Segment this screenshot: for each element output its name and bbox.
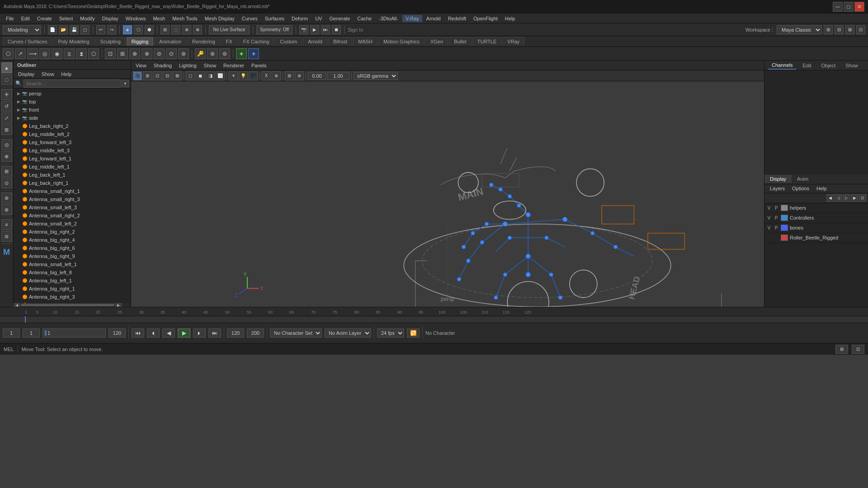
menu-windows[interactable]: Windows — [123, 15, 149, 22]
play-btn[interactable]: ▶ — [178, 328, 190, 338]
layer-p-btn[interactable]: P — [774, 216, 779, 221]
layer-nav-fwd[interactable]: ▶ — [851, 194, 858, 202]
outliner-item-leg-middle-left-2[interactable]: Leg_middle_left_2 — [14, 130, 131, 138]
panels-menu[interactable]: Panels — [249, 62, 269, 69]
smooth-shade-btn[interactable]: ◼ — [196, 71, 205, 80]
tab-bullet[interactable]: Bullet — [449, 37, 472, 46]
layout-btn-4[interactable]: ⊡ — [856, 25, 865, 34]
go-start-btn[interactable]: ⏮ — [132, 328, 144, 338]
outliner-item-antenna-big-right-9[interactable]: Antenna_big_right_9 — [14, 252, 131, 260]
lasso-btn[interactable]: ⬡ — [134, 25, 143, 34]
range-start-input[interactable] — [227, 328, 244, 338]
menu-deform[interactable]: Deform — [288, 15, 311, 22]
symmetry-btn[interactable]: Symmetry: Off — [256, 25, 292, 34]
layer-p-btn[interactable]: P — [774, 225, 779, 230]
bounding-box-btn[interactable]: ⬜ — [216, 71, 225, 80]
outliner-menu-display[interactable]: Display — [15, 71, 37, 77]
nonlinear-bend[interactable]: ⊘ — [154, 48, 165, 59]
joint-tool[interactable]: ⬡ — [3, 48, 14, 59]
outliner-item-antenna-small-right-3[interactable]: Antenna_small_right_3 — [14, 195, 131, 203]
snap-curve-btn[interactable]: ◌ — [171, 25, 180, 34]
outliner-hscroll[interactable]: ◀ ▶ — [14, 303, 131, 307]
ik-handle-tool[interactable]: ↗ — [15, 48, 26, 59]
hud-btn[interactable]: ⊕ — [295, 71, 304, 80]
outliner-item-antenna-small-left-3[interactable]: Antenna_small_left_3 — [14, 203, 131, 211]
tab-vray[interactable]: VRay — [502, 37, 524, 46]
menu-display[interactable]: Display — [99, 15, 122, 22]
frame-range-bar[interactable]: 1 — [42, 328, 106, 338]
render-stop-btn[interactable]: ⏹ — [332, 25, 341, 34]
constrain-menu[interactable]: ⊛ — [207, 48, 218, 59]
cluster-tool[interactable]: ⊕ — [129, 48, 140, 59]
range-end-input[interactable] — [247, 328, 264, 338]
menu-cache[interactable]: Cache — [354, 15, 375, 22]
tab-poly-modeling[interactable]: Poly Modeling — [53, 37, 94, 46]
save-as-btn[interactable]: ◻ — [80, 25, 90, 34]
minimize-button[interactable]: ─ — [833, 2, 843, 12]
scale-tool[interactable]: ⤢ — [1, 113, 12, 123]
snap-grid-tool[interactable]: ⊞ — [1, 166, 12, 177]
tab-rigging[interactable]: Rigging — [127, 37, 153, 46]
outliner-item-leg-back-left-1[interactable]: Leg_back_left_1 — [14, 171, 131, 179]
outliner-item-leg-back-right-2[interactable]: Leg_back_right_2 — [14, 122, 131, 130]
menu-modify[interactable]: Modify — [77, 15, 98, 22]
tab-bifrost[interactable]: Bifrost — [328, 37, 352, 46]
no-live-surface-btn[interactable]: No Live Surface — [209, 25, 250, 34]
menu-surfaces[interactable]: Surfaces — [262, 15, 288, 22]
playback-end-input[interactable] — [108, 328, 126, 338]
layer-nav-back[interactable]: ◀ — [826, 194, 834, 202]
vp-icon-4[interactable]: ⊠ — [173, 71, 182, 80]
ik-spline-tool[interactable]: ⟿ — [27, 48, 38, 59]
outliner-item-persp[interactable]: ▶ 📷 persp — [14, 89, 131, 98]
far-clip-field[interactable] — [327, 72, 349, 80]
outliner-tool[interactable]: ≡ — [1, 219, 12, 230]
tab-fx[interactable]: FX — [221, 37, 237, 46]
redo-btn[interactable]: ↪ — [107, 25, 116, 34]
menu-3dtoall[interactable]: -3DtoAll- — [376, 15, 401, 22]
outliner-menu-help[interactable]: Help — [59, 71, 75, 77]
undo-btn[interactable]: ↩ — [96, 25, 105, 34]
outliner-item-top[interactable]: ▶ 📷 top — [14, 98, 131, 106]
tab-rendering[interactable]: Rendering — [187, 37, 220, 46]
layer-row-helpers[interactable]: V P helpers — [764, 203, 868, 213]
show-menu[interactable]: Show — [201, 62, 219, 69]
set-driven-key[interactable]: 🔑 — [195, 48, 206, 59]
outliner-item-leg-forward-left-1[interactable]: Leg_forward_left_1 — [14, 155, 131, 163]
status-icon-1[interactable]: ⊞ — [835, 345, 848, 354]
layout-btn-3[interactable]: ⊠ — [845, 25, 854, 34]
snap-point-btn[interactable]: ⊕ — [182, 25, 191, 34]
lighting-off-btn[interactable]: ☀ — [229, 71, 238, 80]
vp-icon-2[interactable]: ⊡ — [153, 71, 162, 80]
aim-constraint[interactable]: ⊜ — [219, 48, 230, 59]
module-dropdown[interactable]: Modeling Rigging Animation Rendering — [3, 25, 41, 34]
step-back-btn[interactable]: ⏴ — [147, 328, 160, 338]
menu-file[interactable]: File — [3, 15, 17, 22]
menu-help[interactable]: Help — [502, 15, 519, 22]
outliner-item-leg-forward-left-3[interactable]: Leg_forward_left_3 — [14, 138, 131, 146]
outliner-item-antenna-big-right-3[interactable]: Antenna_big_right_3 — [14, 293, 131, 301]
menu-generate[interactable]: Generate — [326, 15, 353, 22]
snap-surface-btn[interactable]: ⊗ — [193, 25, 202, 34]
layout-btn-1[interactable]: ⊞ — [824, 25, 833, 34]
menu-edit[interactable]: Edit — [18, 15, 33, 22]
menu-redshift[interactable]: Redshift — [445, 15, 469, 22]
isolate-btn[interactable]: ⊗ — [272, 71, 281, 80]
layer-nav-end[interactable]: ⊡ — [859, 194, 866, 202]
tab-motion-graphics[interactable]: Motion Graphics — [378, 37, 425, 46]
soft-select[interactable]: ◎ — [1, 139, 12, 150]
soft-mod[interactable]: ⊗ — [142, 48, 152, 59]
universal-manip[interactable]: ⊞ — [1, 124, 12, 135]
help-menu[interactable]: Help — [814, 185, 830, 192]
snap-grid-btn[interactable]: ⊞ — [160, 25, 170, 34]
menu-create[interactable]: Create — [34, 15, 55, 22]
layer-v-btn[interactable]: V — [766, 225, 772, 230]
plus-tool[interactable]: + — [236, 48, 247, 59]
channels-tab[interactable]: Channels — [768, 61, 796, 70]
grid-btn[interactable]: ⊞ — [285, 71, 294, 80]
lighting-menu[interactable]: Lighting — [176, 62, 199, 69]
layer-row-roller-beetle[interactable]: V P Roller_Beetle_Rigged — [764, 233, 868, 243]
tab-custom[interactable]: Custom — [275, 37, 302, 46]
outliner-item-antenna-big-right-1[interactable]: Antenna_big_right_1 — [14, 285, 131, 293]
menu-mesh-display[interactable]: Mesh Display — [202, 15, 238, 22]
layer-row-controllers[interactable]: V P Controllers — [764, 213, 868, 223]
